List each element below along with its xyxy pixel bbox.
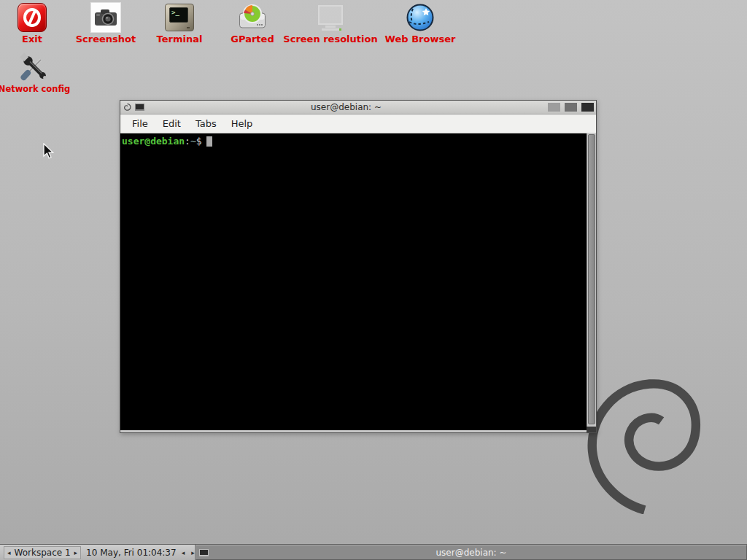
minimize-button[interactable] xyxy=(548,103,560,112)
terminal-menubar: File Edit Tabs Help xyxy=(120,114,596,133)
desktop-icon-label: GParted xyxy=(231,34,274,44)
desktop-icon-label: Screen resolution xyxy=(283,34,377,44)
desktop-icon-terminal[interactable]: >_ Terminal xyxy=(150,1,209,44)
task-button-terminal[interactable]: user@debian: ~ xyxy=(196,545,747,560)
window-terminal-icon xyxy=(135,104,144,111)
terminal-body: user@debian:~$ xyxy=(120,133,596,432)
nav-prev-arrow-icon[interactable]: ◂ xyxy=(182,549,185,556)
network-tools-icon xyxy=(18,51,50,83)
prompt-path: ~ xyxy=(190,136,196,147)
clock: 10 May, Fri 01:04:37 xyxy=(86,548,177,558)
prompt-separator: : xyxy=(185,136,190,147)
desktop-icon-screenshot[interactable]: Screenshot xyxy=(73,1,139,44)
workspace-label: Workspace 1 xyxy=(15,548,71,558)
close-button[interactable] xyxy=(581,103,594,112)
prompt-user-host: user@debian xyxy=(122,136,185,147)
menu-file[interactable]: File xyxy=(125,116,155,131)
scrollbar-thumb[interactable] xyxy=(588,134,595,424)
workspace-next-arrow-icon[interactable]: ▸ xyxy=(74,549,78,556)
taskbar-nav: ◂ ▸ xyxy=(182,549,195,556)
desktop-icon-exit[interactable]: Exit xyxy=(9,1,55,44)
taskbar: ◂ Workspace 1 ▸ 10 May, Fri 01:04:37 ◂ ▸… xyxy=(0,544,747,560)
terminal-cursor xyxy=(206,136,212,147)
terminal-screen[interactable]: user@debian:~$ xyxy=(120,133,587,430)
desktop-icon-label: Terminal xyxy=(157,34,203,44)
taskbar-left-panel: ◂ Workspace 1 ▸ 10 May, Fri 01:04:37 ◂ ▸ xyxy=(0,545,196,560)
menu-help[interactable]: Help xyxy=(224,116,260,131)
gparted-disk-icon xyxy=(236,1,268,34)
maximize-button[interactable] xyxy=(565,103,577,112)
terminal-scrollbar[interactable] xyxy=(587,133,596,430)
desktop-icon-gparted[interactable]: GParted xyxy=(226,1,279,44)
nav-next-arrow-icon[interactable]: ▸ xyxy=(191,549,195,556)
desktop-icon-label: Web Browser xyxy=(385,34,456,44)
workspace-pager[interactable]: ◂ Workspace 1 ▸ xyxy=(4,546,81,559)
desktop-icon-web-browser[interactable]: Web Browser xyxy=(379,1,461,44)
screen-resolution-icon xyxy=(314,1,347,34)
mouse-cursor xyxy=(42,143,57,160)
desktop-icon-label: Exit xyxy=(22,34,42,44)
workspace-prev-arrow-icon[interactable]: ◂ xyxy=(7,549,11,556)
desktop-icon-network-config[interactable]: Network config xyxy=(0,51,69,94)
power-icon xyxy=(16,1,48,34)
window-resize-grip[interactable] xyxy=(587,427,596,432)
task-label: user@debian: ~ xyxy=(196,548,746,558)
menu-edit[interactable]: Edit xyxy=(155,116,188,131)
window-titlebar[interactable]: user@debian: ~ xyxy=(120,101,596,114)
web-browser-globe-icon xyxy=(404,1,436,34)
prompt-symbol: $ xyxy=(196,136,202,147)
menu-tabs[interactable]: Tabs xyxy=(188,116,224,131)
window-title: user@debian: ~ xyxy=(147,101,545,114)
crt-terminal-icon: >_ xyxy=(163,1,196,34)
desktop-icon-label: Screenshot xyxy=(76,34,136,44)
window-menu-swirl-icon[interactable] xyxy=(123,103,132,112)
terminal-window: user@debian: ~ File Edit Tabs Help user@… xyxy=(120,100,597,433)
camera-icon xyxy=(90,1,122,34)
desktop-icon-screen-resolution[interactable]: Screen resolution xyxy=(282,1,379,44)
desktop-icon-label: Network config xyxy=(0,84,70,94)
